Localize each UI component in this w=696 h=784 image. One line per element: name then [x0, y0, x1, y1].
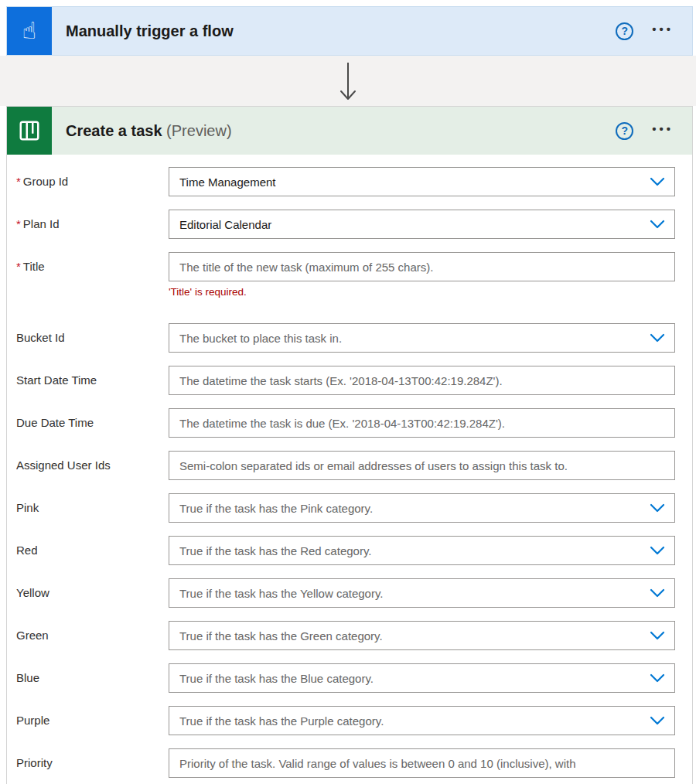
field-input-text: The datetime the task starts (Ex. '2018-… [179, 374, 665, 387]
field-label: Start Date Time [16, 366, 169, 387]
action-card-header[interactable]: Create a task (Preview) ? ••• [7, 107, 692, 155]
field-label-text: Green [16, 629, 49, 642]
field-label-text: Bucket Id [16, 331, 65, 344]
start-date-time-input[interactable]: The datetime the task starts (Ex. '2018-… [169, 366, 675, 395]
field-control: True if the task has the Green category. [169, 621, 675, 650]
field-row-purple: Purple True if the task has the Purple c… [16, 706, 675, 735]
field-input-text: Time Management [179, 176, 642, 189]
purple-dropdown[interactable]: True if the task has the Purple category… [169, 706, 675, 735]
plan-id-dropdown[interactable]: Editorial Calendar [169, 210, 675, 239]
field-control: True if the task has the Yellow category… [169, 578, 675, 608]
trigger-card-header[interactable]: ☝ Manually trigger a flow ? ••• [7, 7, 692, 55]
field-label-text: Red [16, 544, 38, 557]
field-input-text: True if the task has the Green category. [179, 629, 642, 643]
field-label: Yellow [16, 578, 169, 599]
field-control: The datetime the task starts (Ex. '2018-… [169, 366, 675, 395]
help-icon[interactable]: ? [616, 22, 633, 40]
ellipsis-menu-icon[interactable]: ••• [652, 123, 674, 139]
chevron-down-icon[interactable] [650, 220, 665, 229]
field-row-yellow: Yellow True if the task has the Yellow c… [16, 578, 675, 608]
field-row-pink: Pink True if the task has the Pink categ… [16, 493, 675, 523]
action-card: Create a task (Preview) ? ••• *Group Id … [6, 106, 693, 784]
field-row-green: Green True if the task has the Green cat… [16, 621, 675, 650]
field-control: Priority of the task. Valid range of val… [169, 748, 675, 778]
chevron-down-icon[interactable] [650, 546, 665, 555]
field-input-text: The bucket to place this task in. [179, 332, 642, 345]
trigger-header-actions: ? ••• [616, 22, 692, 40]
down-arrow-icon [338, 61, 358, 101]
field-input-text: True if the task has the Red category. [179, 544, 642, 557]
field-input-text: Priority of the task. Valid range of val… [179, 757, 665, 770]
chevron-down-icon[interactable] [650, 716, 665, 725]
field-row-priority: Priority Priority of the task. Valid ran… [16, 748, 675, 778]
action-header-actions: ? ••• [616, 122, 692, 140]
chevron-down-icon[interactable] [650, 588, 665, 598]
title-input[interactable]: The title of the new task (maximum of 25… [169, 252, 675, 281]
due-date-time-input[interactable]: The datetime the task is due (Ex. '2018-… [169, 408, 675, 438]
field-row-plan-id: *Plan Id Editorial Calendar [16, 210, 675, 239]
field-label: Priority [16, 748, 169, 769]
field-row-group-id: *Group Id Time Management [16, 167, 675, 196]
field-input-text: Semi-colon separated ids or email addres… [179, 459, 665, 472]
field-label-text: Title [23, 260, 45, 273]
field-row-assigned-user-ids: Assigned User Ids Semi-colon separated i… [16, 451, 675, 480]
field-input-text: The datetime the task is due (Ex. '2018-… [179, 417, 665, 430]
field-control: True if the task has the Red category. [169, 536, 675, 565]
ellipsis-menu-icon[interactable]: ••• [652, 23, 674, 39]
field-input-text: True if the task has the Yellow category… [179, 587, 642, 600]
field-label: *Group Id [16, 167, 169, 188]
trigger-card: ☝ Manually trigger a flow ? ••• [6, 6, 693, 56]
action-title-text: Create a task [66, 122, 162, 139]
field-label: Pink [16, 493, 169, 514]
chevron-down-icon[interactable] [650, 673, 665, 683]
field-control: True if the task has the Pink category. [169, 493, 675, 523]
required-asterisk: * [16, 175, 21, 188]
field-row-blue: Blue True if the task has the Blue categ… [16, 663, 675, 693]
field-control: True if the task has the Blue category. [169, 663, 675, 693]
field-label-text: Pink [16, 501, 39, 514]
field-row-title: *Title The title of the new task (maximu… [16, 252, 675, 310]
field-input-text: True if the task has the Pink category. [179, 502, 642, 515]
preview-suffix: (Preview) [166, 122, 231, 139]
field-label: *Plan Id [16, 210, 169, 230]
green-dropdown[interactable]: True if the task has the Green category. [169, 621, 675, 650]
field-input-text: Editorial Calendar [179, 218, 642, 231]
field-label: *Title [16, 252, 169, 273]
field-control: True if the task has the Purple category… [169, 706, 675, 735]
chevron-down-icon[interactable] [650, 333, 665, 343]
field-label-text: Group Id [23, 175, 68, 188]
priority-input[interactable]: Priority of the task. Valid range of val… [169, 748, 675, 778]
field-row-red: Red True if the task has the Red categor… [16, 536, 675, 565]
action-card-form: *Group Id Time Management *Plan Id Edito… [7, 155, 692, 784]
field-label: Red [16, 536, 169, 557]
field-label: Blue [16, 663, 169, 684]
group-id-dropdown[interactable]: Time Management [169, 167, 675, 196]
field-control: The title of the new task (maximum of 25… [169, 252, 675, 310]
field-label: Purple [16, 706, 169, 727]
field-label: Due Date Time [16, 408, 169, 429]
yellow-dropdown[interactable]: True if the task has the Yellow category… [169, 578, 675, 608]
field-row-due-date-time: Due Date Time The datetime the task is d… [16, 408, 675, 438]
field-label-text: Priority [16, 756, 53, 769]
pink-dropdown[interactable]: True if the task has the Pink category. [169, 493, 675, 523]
field-label: Green [16, 621, 169, 642]
field-label-text: Due Date Time [16, 416, 94, 429]
field-label-text: Blue [16, 671, 39, 684]
field-label-text: Assigned User Ids [16, 458, 111, 472]
planner-board-icon [18, 119, 41, 142]
required-asterisk: * [16, 260, 21, 273]
assigned-user-ids-input[interactable]: Semi-colon separated ids or email addres… [169, 451, 675, 480]
blue-dropdown[interactable]: True if the task has the Blue category. [169, 663, 675, 693]
bucket-id-dropdown[interactable]: The bucket to place this task in. [169, 323, 675, 353]
field-label-text: Plan Id [23, 217, 60, 230]
field-label-text: Yellow [16, 586, 49, 599]
red-dropdown[interactable]: True if the task has the Red category. [169, 536, 675, 565]
field-input-text: The title of the new task (maximum of 25… [179, 261, 665, 274]
chevron-down-icon[interactable] [650, 503, 665, 513]
field-input-text: True if the task has the Purple category… [179, 714, 642, 728]
help-icon[interactable]: ? [616, 122, 633, 140]
chevron-down-icon[interactable] [650, 177, 665, 186]
field-label-text: Purple [16, 714, 49, 727]
field-label: Assigned User Ids [16, 451, 169, 472]
chevron-down-icon[interactable] [650, 631, 665, 640]
